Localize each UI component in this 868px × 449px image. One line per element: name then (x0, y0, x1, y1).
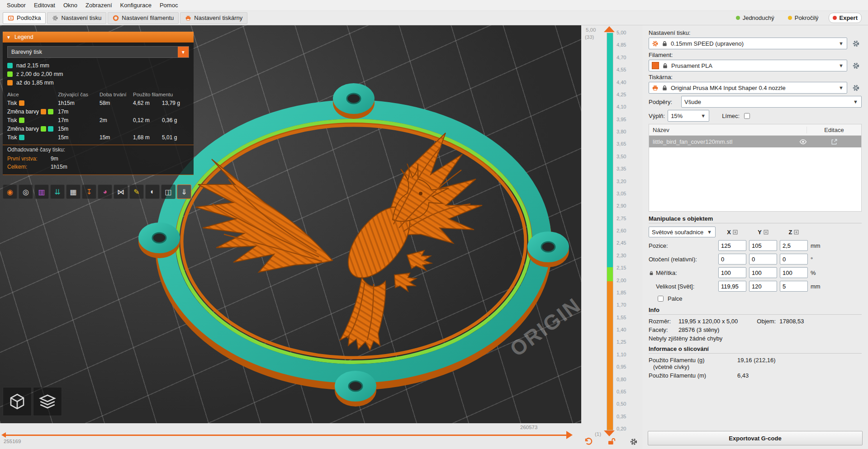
layer-slider-track[interactable] (607, 33, 613, 430)
y-input[interactable] (749, 254, 777, 265)
supports-icon[interactable]: ▥ (34, 184, 49, 199)
mode-dot (736, 16, 740, 20)
print-settings-label: Nastavení tisku: (649, 29, 862, 36)
printer-select[interactable]: Original Prusa MK4 Input Shaper 0.4 nozz… (649, 82, 847, 94)
object-row[interactable]: little_bird_fan_cover120mm.stl (649, 136, 861, 147)
legend-header[interactable]: ▼ Legend (3, 32, 194, 43)
table-row: Změna barvy 17m (7, 107, 189, 116)
x-input[interactable] (718, 267, 746, 278)
z-input[interactable] (780, 240, 808, 251)
gear-icon (852, 84, 860, 92)
menu-item[interactable]: Konfigurace (116, 1, 156, 9)
menu-item[interactable]: Zobrazení (81, 1, 116, 9)
color-swatch (48, 126, 53, 132)
tab-printer-settings[interactable]: Nastavení tiskárny (180, 12, 247, 24)
tab-plater[interactable]: Podložka (3, 12, 46, 24)
multimaterial-icon[interactable]: ◕ (98, 184, 112, 199)
tick-label: 5,00 (617, 30, 626, 35)
tick-label: 4,40 (617, 80, 626, 85)
menu-item[interactable]: Okno (59, 1, 81, 9)
name-column-header: Název (649, 127, 806, 133)
tab-print-settings[interactable]: Nastavení tisku (47, 12, 106, 24)
x-input[interactable] (718, 240, 746, 251)
z-input[interactable] (780, 267, 808, 278)
slider-lock-button[interactable] (606, 436, 617, 447)
viewport-3d[interactable]: ORIGIN ▼ Legend Barevný tisk ▼ nad 2,15 … (0, 25, 581, 423)
filament-g-sublabel: (včetně cívky) (649, 364, 737, 370)
paint-sphere-icon[interactable]: ◎ (19, 184, 33, 199)
undo-view-button[interactable] (583, 436, 594, 447)
tick-label: 0,95 (617, 364, 626, 369)
supports-select[interactable]: Všude ▼ (681, 96, 862, 108)
tick-label: 4,85 (617, 42, 626, 47)
lock-icon (661, 40, 668, 47)
uniform-scale-lock-icon[interactable] (649, 270, 654, 276)
y-input[interactable] (749, 281, 777, 292)
height-legend: nad 2,15 mm z 2,00 do 2,00 mm až do 1,85… (7, 61, 189, 87)
solid-view-button[interactable] (3, 387, 32, 416)
mode-dot (788, 16, 792, 20)
moves-slider-right-arrow[interactable] (566, 431, 573, 439)
edit-icon[interactable]: ✎ (129, 184, 144, 199)
travel-moves-icon[interactable]: ⇊ (50, 184, 65, 199)
export-gcode-button[interactable]: Exportovat G-code (648, 431, 863, 445)
layer-slider: 5,00 (33) 5,004,854,704,554,404,254,103,… (581, 25, 642, 449)
z-input[interactable] (780, 281, 808, 292)
mode-expert[interactable]: Expert (829, 13, 862, 23)
edit-column-header: Editace (806, 127, 861, 133)
slider-settings-button[interactable] (628, 436, 639, 447)
moves-slider[interactable] (5, 435, 566, 436)
moves-slider-left-arrow[interactable] (1, 432, 6, 438)
export-object-icon[interactable] (830, 138, 838, 146)
place-on-bed-icon[interactable]: ↧ (82, 184, 96, 199)
x-input[interactable] (718, 281, 746, 292)
infill-select[interactable]: 15% ▼ (668, 110, 709, 122)
view-type-select[interactable]: Barevný tisk ▼ (7, 46, 189, 58)
filament-select[interactable]: Prusament PLA ▼ (649, 60, 847, 71)
wireframe-cube-icon[interactable]: ◫ (161, 184, 175, 199)
inches-checkbox[interactable] (658, 296, 664, 302)
color-swatch (41, 126, 46, 132)
tab-label: Podložka (17, 14, 41, 21)
printer-gear-button[interactable] (850, 82, 862, 94)
tab-filament-settings[interactable]: Nastavení filamentu (108, 12, 179, 24)
color-swatch (7, 80, 13, 85)
menu-item[interactable]: Editovat (30, 1, 59, 9)
manipulation-row: Velikost [Svět]: mm (649, 281, 862, 292)
mode-advanced[interactable]: Pokročilý (784, 13, 822, 23)
unit-label: mm (811, 242, 824, 249)
filament-gear-button[interactable] (850, 60, 862, 71)
seams-icon[interactable]: ◉ (3, 184, 17, 199)
collapse-arrow-icon[interactable]: ⇓ (177, 184, 191, 199)
tick-label: 0,65 (617, 389, 626, 394)
open-lock-icon (607, 437, 616, 446)
z-input[interactable] (780, 254, 808, 265)
hourglass-icon[interactable]: ⋈ (114, 184, 128, 199)
menu-item[interactable]: Soubor (3, 1, 30, 9)
volume-value: 17808,53 (779, 318, 804, 325)
facets-value: 28576 (3 stěny) (678, 326, 719, 333)
gear-icon (852, 40, 860, 47)
print-settings-gear-button[interactable] (850, 38, 862, 49)
tab-label: Nastavení filamentu (122, 14, 174, 21)
feature-toolbar: ◉ ◎ ▥ ⇊ ▦ ↧ (3, 184, 191, 199)
layer-slider-top-thumb[interactable] (604, 26, 615, 32)
y-input[interactable] (749, 240, 777, 251)
coordinates-select[interactable]: Světové souřadnice ▼ (649, 227, 716, 237)
pattern-icon[interactable]: ▦ (66, 184, 81, 199)
y-input[interactable] (749, 267, 777, 278)
manipulation-row: Otočení (relativní): ° (649, 254, 862, 265)
layers-view-button[interactable] (33, 387, 62, 416)
menu-item[interactable]: Pomoc (156, 1, 182, 9)
tick-label: 1,10 (617, 352, 626, 357)
brim-checkbox[interactable] (744, 113, 750, 119)
contrast-icon[interactable]: ◐ (145, 184, 160, 199)
mode-simple[interactable]: Jednoduchý (732, 13, 778, 23)
eye-icon[interactable] (799, 138, 807, 146)
filament-color-swatch (652, 62, 659, 69)
print-settings-select[interactable]: 0.15mm SPEED (upraveno) ▼ (649, 38, 847, 49)
tick-label: 2,45 (617, 240, 626, 246)
manipulation-title: Manipulace s objektem (649, 215, 862, 222)
x-input[interactable] (718, 254, 746, 265)
supports-label: Podpěry: (649, 99, 678, 105)
